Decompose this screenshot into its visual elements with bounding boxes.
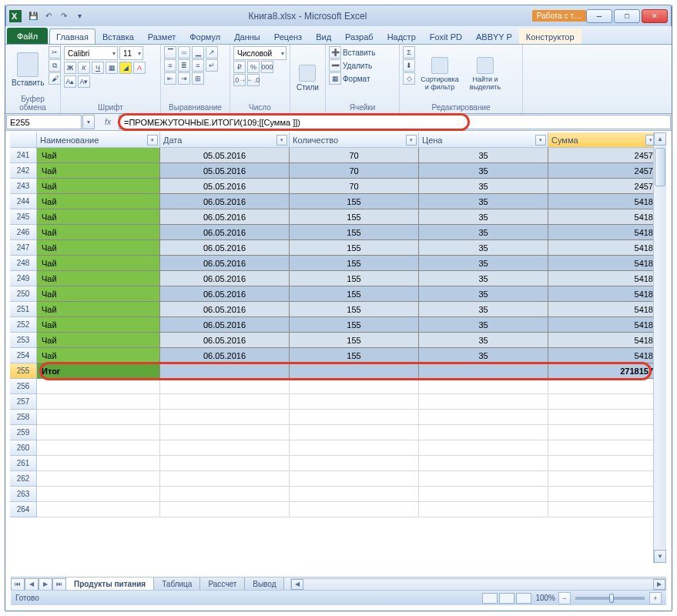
sheet-tab[interactable]: Таблица xyxy=(153,578,200,591)
format-cells-icon[interactable]: ▦ xyxy=(329,72,341,85)
cell[interactable] xyxy=(548,410,659,425)
cell[interactable]: 05.05.2016 xyxy=(160,148,290,163)
cell[interactable]: 06.05.2016 xyxy=(160,286,290,302)
cell[interactable] xyxy=(419,410,548,425)
cell[interactable] xyxy=(419,487,548,502)
row-header[interactable]: 263 xyxy=(10,487,37,502)
cell[interactable]: 5418 xyxy=(548,271,659,286)
cell[interactable]: 35 xyxy=(419,194,548,209)
sheet-tab[interactable]: Вывод xyxy=(244,578,284,591)
view-normal-button[interactable] xyxy=(482,593,498,604)
row-header[interactable]: 241 xyxy=(10,148,37,163)
column-header[interactable]: Сумма▾ xyxy=(548,132,659,148)
close-button[interactable]: ✕ xyxy=(642,9,668,23)
horizontal-scrollbar[interactable]: ◀ ▶ xyxy=(290,578,666,591)
cell[interactable]: 2457 xyxy=(548,148,659,163)
row-header[interactable]: 261 xyxy=(10,456,37,471)
zoom-slider[interactable] xyxy=(575,597,645,600)
qa-more-icon[interactable]: ▾ xyxy=(72,9,86,23)
cell[interactable]: 35 xyxy=(419,333,548,348)
vertical-scrollbar[interactable]: ▲ ▼ xyxy=(653,132,666,563)
total-label-cell[interactable]: Итог xyxy=(37,363,160,379)
align-center-button[interactable]: ≣ xyxy=(178,59,190,72)
redo-icon[interactable]: ↷ xyxy=(57,9,71,23)
cell[interactable] xyxy=(290,363,419,379)
delete-cells-button[interactable]: Удалить xyxy=(343,62,372,70)
cell[interactable] xyxy=(290,456,419,471)
row-header[interactable]: 246 xyxy=(10,225,37,240)
cell[interactable]: 155 xyxy=(290,194,419,209)
cell[interactable]: Чай xyxy=(37,148,160,163)
cell[interactable]: 2457 xyxy=(548,163,659,179)
cell[interactable]: Чай xyxy=(37,302,160,317)
fx-button[interactable]: fx xyxy=(101,116,115,129)
tab-Вставка[interactable]: Вставка xyxy=(96,28,141,44)
clear-button[interactable]: ◇ xyxy=(403,72,415,85)
cell[interactable]: 35 xyxy=(419,302,548,317)
formula-bar[interactable]: =ПРОМЕЖУТОЧНЫЕ.ИТОГИ(109;[[Сумма ]]) xyxy=(119,115,671,129)
cell[interactable]: 35 xyxy=(419,256,548,271)
align-right-button[interactable]: ≡ xyxy=(192,59,204,72)
cell[interactable]: 35 xyxy=(419,348,548,363)
format-cells-button[interactable]: Формат xyxy=(343,75,370,83)
select-all-corner[interactable] xyxy=(10,132,37,148)
cell[interactable] xyxy=(290,410,419,425)
dec-decimal-button[interactable]: ←.0 xyxy=(247,74,260,86)
fill-button[interactable]: ⬇ xyxy=(403,59,415,72)
cell[interactable] xyxy=(419,394,548,410)
cell[interactable] xyxy=(37,410,160,425)
font-size-combo[interactable]: 11 xyxy=(119,46,143,60)
cell[interactable] xyxy=(548,471,659,487)
styles-button[interactable]: Стили xyxy=(293,46,322,110)
inc-decimal-button[interactable]: .0→ xyxy=(233,74,246,86)
paste-button[interactable]: Вставить xyxy=(8,46,47,93)
delete-cells-icon[interactable]: ➖ xyxy=(329,59,341,72)
worksheet[interactable]: Наименование▾Дата▾Количество▾Цена▾Сумма▾… xyxy=(10,132,667,577)
sheet-tab[interactable]: Рассчет xyxy=(199,578,245,591)
row-header[interactable]: 242 xyxy=(10,163,37,179)
cell[interactable]: Чай xyxy=(37,209,160,225)
align-bottom-button[interactable]: ▁ xyxy=(192,46,204,59)
border-button[interactable]: ▦ xyxy=(106,62,118,74)
minimize-button[interactable]: ─ xyxy=(586,9,612,23)
font-name-combo[interactable]: Calibri xyxy=(64,46,118,60)
cell[interactable]: 06.05.2016 xyxy=(160,240,290,256)
scroll-right-button[interactable]: ▶ xyxy=(653,579,665,590)
percent-button[interactable]: % xyxy=(247,61,260,73)
cell[interactable]: 06.05.2016 xyxy=(160,271,290,286)
filter-dropdown-icon[interactable]: ▾ xyxy=(276,135,287,146)
cell[interactable] xyxy=(419,379,548,394)
cell[interactable] xyxy=(160,425,290,440)
scroll-up-button[interactable]: ▲ xyxy=(654,132,666,146)
merge-button[interactable]: ⊞ xyxy=(192,72,204,85)
cell[interactable]: 2457 xyxy=(548,179,659,194)
fill-color-button[interactable]: ◢ xyxy=(119,62,132,74)
number-format-combo[interactable]: Числовой xyxy=(233,46,287,60)
shrink-font-button[interactable]: A▾ xyxy=(78,75,90,88)
row-header[interactable]: 250 xyxy=(10,286,37,302)
filter-dropdown-icon[interactable]: ▾ xyxy=(406,135,417,146)
cell[interactable] xyxy=(548,456,659,471)
tab-Надстр[interactable]: Надстр xyxy=(380,28,423,44)
cell[interactable]: 35 xyxy=(419,271,548,286)
cell[interactable] xyxy=(548,440,659,456)
cell[interactable] xyxy=(419,456,548,471)
zoom-in-button[interactable]: + xyxy=(649,592,662,604)
cell[interactable] xyxy=(37,471,160,487)
cell[interactable]: 06.05.2016 xyxy=(160,333,290,348)
tab-Формул[interactable]: Формул xyxy=(183,28,227,44)
tab-prev-button[interactable]: ◀ xyxy=(25,578,39,591)
find-select-button[interactable]: Найти и выделить xyxy=(464,46,506,102)
cell[interactable]: 06.05.2016 xyxy=(160,302,290,317)
cell[interactable] xyxy=(37,456,160,471)
wrap-text-button[interactable]: ↵ xyxy=(206,59,218,72)
cell[interactable] xyxy=(37,502,160,517)
cell[interactable] xyxy=(419,425,548,440)
filter-dropdown-icon[interactable]: ▾ xyxy=(535,135,546,146)
zoom-out-button[interactable]: − xyxy=(558,592,571,604)
cell[interactable]: 06.05.2016 xyxy=(160,194,290,209)
cell[interactable]: 70 xyxy=(290,148,419,163)
column-header[interactable]: Наименование▾ xyxy=(37,132,160,148)
cell[interactable]: 70 xyxy=(290,179,419,194)
tab-next-button[interactable]: ▶ xyxy=(39,578,52,591)
